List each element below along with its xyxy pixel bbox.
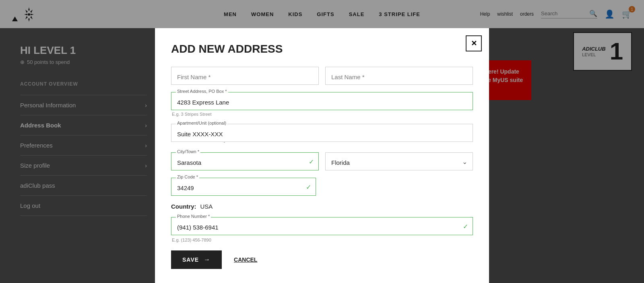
form-actions: SAVE → CANCEL [171, 250, 473, 269]
add-address-modal: ✕ ADD NEW ADDRESS Street Address, PO Box… [155, 28, 489, 283]
apt-input[interactable] [171, 124, 473, 142]
modal-overlay[interactable]: ✕ ADD NEW ADDRESS Street Address, PO Box… [0, 0, 644, 283]
country-value: USA [200, 203, 213, 210]
street-hint: E.g. 3 Stripes Street [172, 112, 473, 117]
zip-check-icon: ✓ [306, 183, 311, 191]
first-name-field [171, 67, 319, 85]
zip-row: Zip Code * ✓ [171, 178, 473, 196]
state-field: Florida ⌄ [325, 152, 473, 170]
country-label: Country: [171, 203, 196, 210]
save-button[interactable]: SAVE → [171, 250, 222, 269]
arrow-right-icon: → [204, 256, 211, 263]
zip-field: Zip Code * ✓ [171, 178, 316, 196]
apt-field: Apartment/Unit (optional) Please do not … [171, 124, 473, 145]
zip-label: Zip Code * [176, 174, 199, 179]
apt-label: Apartment/Unit (optional) [176, 121, 227, 125]
country-row: Country: USA [171, 203, 473, 210]
last-name-field [325, 67, 473, 85]
phone-row: Phone Number * ✓ E.g. (123) 456-7890 [171, 217, 473, 242]
phone-hint: E.g. (123) 456-7890 [172, 238, 473, 242]
city-label: City/Town * [176, 149, 200, 154]
city-check-icon: ✓ [309, 158, 314, 165]
zip-input[interactable] [171, 178, 316, 196]
apt-row: Apartment/Unit (optional) Please do not … [171, 124, 473, 145]
cancel-button[interactable]: CANCEL [234, 256, 257, 263]
city-state-row: City/Town * ✓ Florida ⌄ [171, 152, 473, 170]
phone-input[interactable] [171, 217, 473, 235]
modal-close-button[interactable]: ✕ [466, 35, 482, 51]
phone-check-icon: ✓ [463, 222, 468, 230]
city-input[interactable] [171, 152, 319, 170]
modal-title: ADD NEW ADDRESS [171, 43, 473, 55]
street-field: Street Address, PO Box * E.g. 3 Stripes … [171, 92, 473, 117]
first-name-input[interactable] [171, 67, 319, 85]
name-row [171, 67, 473, 85]
phone-label: Phone Number * [176, 214, 211, 219]
phone-field: Phone Number * ✓ E.g. (123) 456-7890 [171, 217, 473, 242]
street-label: Street Address, PO Box * [176, 89, 228, 94]
last-name-input[interactable] [325, 67, 473, 85]
street-input[interactable] [171, 92, 473, 110]
save-label: SAVE [182, 256, 199, 263]
city-field: City/Town * ✓ [171, 152, 319, 170]
state-select[interactable]: Florida [325, 152, 473, 170]
street-row: Street Address, PO Box * E.g. 3 Stripes … [171, 92, 473, 117]
